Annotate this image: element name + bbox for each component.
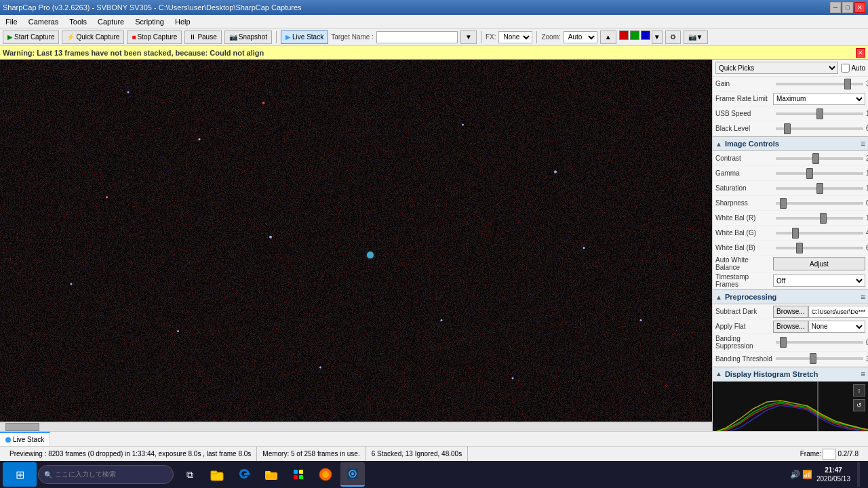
usb-speed-slider[interactable] [776, 113, 863, 115]
menu-tools[interactable]: Tools [64, 16, 92, 27]
histogram-reset-button[interactable]: ↺ [853, 399, 865, 411]
status-bar: Previewing : 8203 frames (0 dropped) in … [0, 446, 868, 461]
close-button[interactable]: ✕ [854, 2, 865, 13]
start-button[interactable]: ⊞ [3, 462, 37, 487]
live-stack-tab[interactable]: Live Stack [0, 432, 50, 446]
clock: 21:47 2020/05/13 [816, 466, 850, 483]
folder-icon[interactable] [259, 462, 283, 487]
toolbar-divider2 [481, 31, 481, 43]
apply-flat-browse[interactable]: Browse... [773, 321, 808, 333]
apply-flat-select[interactable]: None [808, 321, 865, 333]
black-level-slider[interactable] [776, 127, 863, 130]
camera-settings-button[interactable]: 📷▼ [684, 30, 708, 44]
taskbar-tray: 🔊 📶 21:47 2020/05/13 [785, 462, 865, 487]
menu-help[interactable]: Help [170, 16, 196, 27]
clock-date: 2020/05/13 [816, 474, 850, 483]
show-desktop-button[interactable] [857, 462, 860, 487]
image-controls-expand[interactable]: ▲ [715, 140, 722, 148]
app-icon-2[interactable] [340, 462, 365, 487]
svg-rect-5 [265, 471, 271, 474]
white-bal-g-slider[interactable] [776, 232, 863, 235]
subtract-dark-browse[interactable]: Browse... [773, 306, 808, 318]
histogram-buttons: ↕ ↺ [853, 384, 865, 411]
file-explorer-icon[interactable] [205, 462, 229, 487]
frame-input[interactable] [823, 449, 836, 460]
black-level-label: Black Level [715, 125, 773, 132]
gamma-row: Gamma 1.00 [713, 166, 868, 181]
zoom-select[interactable]: Auto [564, 31, 597, 43]
settings-button[interactable]: ⚙ [665, 30, 681, 44]
red-channel-box [619, 30, 629, 40]
warning-close-button[interactable]: ✕ [856, 48, 865, 58]
histogram-title: Display Histogram Stretch [725, 370, 856, 378]
taskbar-icons: ⧉ [178, 462, 365, 487]
task-view-button[interactable]: ⧉ [178, 462, 202, 487]
window-title: SharpCap Pro (v3.2.6263) - SVBONY SV305 … [3, 3, 302, 12]
white-bal-r-row: White Bal (R) 168 [713, 211, 868, 226]
saturation-slider[interactable] [776, 187, 863, 190]
image-controls-menu[interactable]: ≡ [861, 139, 865, 148]
minimize-button[interactable]: ─ [830, 2, 841, 13]
image-container[interactable] [0, 60, 712, 422]
tray-icons: 🔊 📶 [790, 470, 812, 479]
gamma-slider[interactable] [776, 172, 863, 175]
histogram-expand[interactable]: ▲ [715, 370, 722, 378]
quick-capture-button[interactable]: ⚡ Quick Capture [62, 30, 124, 44]
target-name-input[interactable] [376, 31, 458, 43]
gain-slider[interactable] [776, 83, 863, 85]
histogram-stretch-button[interactable]: ↕ [853, 384, 865, 396]
gamma-label: Gamma [715, 169, 773, 177]
subtract-dark-select[interactable]: C:\Users\user\De*** [808, 306, 868, 318]
taskbar-search[interactable]: 🔍 ここに入力して検索 [38, 465, 174, 484]
scrollbar-thumb[interactable] [5, 423, 39, 431]
quick-picks-select[interactable]: Quick Picks [715, 62, 838, 74]
banding-suppression-label: Banding Suppression [715, 335, 773, 350]
edge-icon[interactable] [232, 462, 256, 487]
menu-cameras[interactable]: Cameras [23, 16, 64, 27]
black-level-row: Black Level 6 [713, 121, 868, 136]
saturation-row: Saturation 100 [713, 181, 868, 196]
menu-scripting[interactable]: Scripting [130, 16, 170, 27]
timestamp-select[interactable]: Off [773, 274, 865, 287]
menu-file[interactable]: File [0, 16, 23, 27]
banding-threshold-slider[interactable] [776, 357, 863, 360]
auto-checkbox[interactable] [841, 64, 850, 73]
toolbar-divider [276, 31, 277, 43]
preprocessing-expand[interactable]: ▲ [715, 293, 722, 301]
white-bal-b-slider[interactable] [776, 247, 863, 249]
histogram-menu[interactable]: ≡ [861, 369, 865, 379]
preprocessing-menu[interactable]: ≡ [861, 292, 865, 302]
maximize-button[interactable]: □ [842, 2, 853, 13]
white-bal-b-row: White Bal (B) 66 [713, 241, 868, 256]
toolbar-divider3 [536, 31, 537, 43]
store-icon[interactable] [286, 462, 311, 487]
auto-label: Auto [851, 64, 865, 72]
zoom-up-button[interactable]: ▲ [600, 30, 616, 44]
subtract-dark-row: Subtract Dark Browse... C:\Users\user\De… [713, 304, 868, 319]
frame-rate-select[interactable]: Maximum [773, 93, 865, 105]
snapshot-button[interactable]: 📷 Snapshot [224, 30, 272, 44]
banding-threshold-row: Banding Threshold 35.0 [713, 352, 868, 367]
stop-capture-button[interactable]: ■ Stop Capture [127, 30, 182, 44]
contrast-label: Contrast [715, 155, 773, 162]
status-frame-label: Frame: 0.2/7.8 [795, 447, 864, 461]
adjust-button[interactable]: Adjust [773, 257, 865, 270]
blue-channel-box [641, 30, 650, 40]
white-bal-g-label: White Bal (G) [715, 229, 773, 237]
title-controls: ─ □ ✕ [830, 2, 865, 13]
start-capture-button[interactable]: ▶ Start Capture [3, 30, 59, 44]
contrast-slider[interactable] [776, 157, 863, 160]
fx-select[interactable]: None [498, 31, 532, 43]
target-dropdown-button[interactable]: ▼ [460, 30, 477, 44]
pause-button[interactable]: ⏸ Pause [184, 30, 221, 44]
sharpness-slider[interactable] [776, 202, 863, 205]
live-stack-button[interactable]: ▶ Live Stack [281, 30, 328, 44]
banding-suppression-slider[interactable] [776, 341, 863, 344]
menu-capture[interactable]: Capture [92, 16, 130, 27]
starfield-canvas [0, 60, 712, 422]
horizontal-scrollbar[interactable] [0, 422, 712, 431]
app-icon-1[interactable] [313, 462, 338, 487]
white-bal-r-slider[interactable] [776, 217, 863, 220]
right-panel: Quick Picks Auto Gain 30.0 Frame Rate Li… [712, 60, 868, 431]
channel-dropdown[interactable]: ▼ [652, 30, 663, 44]
